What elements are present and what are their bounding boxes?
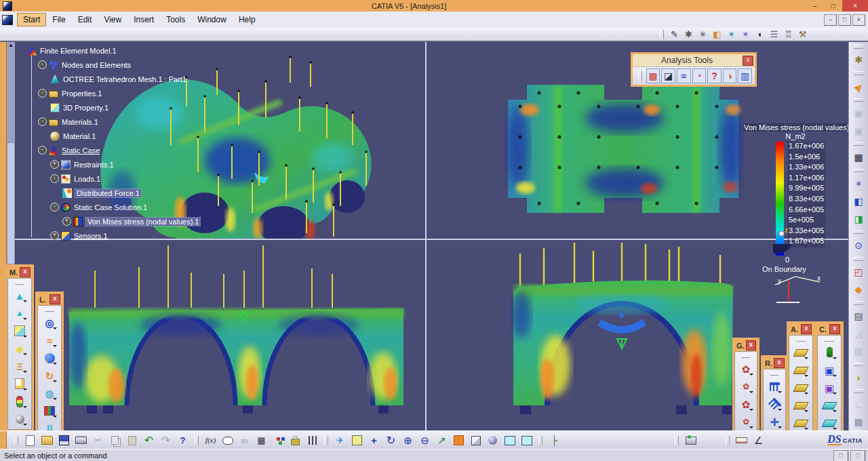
distributed-force-icon[interactable] (41, 332, 58, 348)
zoom-out-icon[interactable]: ⊖ (418, 434, 432, 447)
mesh-nodes-icon[interactable]: ✶ (738, 28, 753, 41)
tree-item-distributed-force[interactable]: Distributed Force.1 (18, 186, 200, 200)
menu-view[interactable]: View (98, 13, 127, 26)
toolbar-grip[interactable] (324, 436, 328, 445)
surface-diamond-icon[interactable]: ◆ (851, 283, 866, 296)
tree-item-restraints[interactable]: + Restraints.1 (18, 157, 200, 172)
bearing-load-icon[interactable] (41, 385, 58, 401)
material-icon[interactable] (12, 411, 28, 427)
body-group-icon[interactable] (738, 414, 754, 430)
compass-z-dot[interactable] (778, 230, 785, 237)
part-link-icon[interactable]: ▣ (851, 106, 866, 120)
layer-stack-icon[interactable]: ☰ (767, 28, 781, 41)
toolbar-grip[interactable] (854, 169, 863, 173)
print-icon[interactable] (74, 434, 88, 447)
expand-toggle[interactable]: + (50, 231, 59, 240)
select-arrow-icon[interactable]: ▶ (848, 77, 868, 96)
pressure-icon[interactable] (41, 315, 58, 331)
tree-item-properties[interactable]: - Properties.1 (18, 86, 200, 100)
von-mises-image-icon[interactable] (793, 362, 809, 378)
toolbar-grip[interactable] (854, 230, 863, 235)
view-mode-a-icon[interactable] (502, 434, 517, 447)
list-icon[interactable]: ▤ (851, 344, 866, 358)
check-model-icon[interactable] (12, 393, 28, 409)
menu-window[interactable]: Window (191, 13, 233, 26)
ruler-icon[interactable] (734, 434, 749, 447)
toolbar-grip[interactable] (726, 436, 730, 445)
generate-report-icon[interactable] (821, 397, 837, 414)
open-icon[interactable] (40, 434, 54, 447)
undo-icon[interactable]: ↶ (142, 434, 156, 447)
scrollbar-thumb[interactable] (7, 142, 15, 264)
close-icon[interactable]: x (774, 358, 785, 368)
expand-toggle[interactable]: - (50, 174, 59, 183)
mdi-minimize-button[interactable]: – (824, 14, 837, 26)
toolbar-grip[interactable] (538, 436, 542, 445)
3d-property-icon[interactable] (12, 323, 28, 339)
maximize-button[interactable]: □ (824, 0, 842, 12)
mesh-only-icon[interactable]: ✶ (851, 177, 866, 191)
minimize-button[interactable]: – (806, 0, 824, 12)
render-style-icon[interactable] (486, 434, 500, 447)
image-information-icon[interactable]: ? (707, 68, 722, 83)
simplified-representation-icon[interactable]: ▥ (738, 68, 752, 83)
image-zoom-icon[interactable]: ⊙ (851, 239, 866, 252)
expand-toggle[interactable]: + (62, 217, 71, 226)
toolbar-grip[interactable] (854, 142, 863, 146)
mdi-restore-button[interactable]: □ (838, 14, 851, 26)
compute-icon[interactable] (821, 344, 837, 361)
toolbar-grip[interactable] (854, 363, 863, 367)
close-button[interactable]: × (842, 0, 868, 12)
mesh-image-icon[interactable]: ▦ (646, 68, 660, 83)
stress-image-icon[interactable]: ◧ (851, 195, 866, 208)
expand-toggle[interactable]: - (38, 89, 47, 98)
expand-toggle[interactable]: - (50, 203, 59, 212)
fit-all-icon[interactable] (350, 434, 364, 447)
tree-item-static-case-solution[interactable]: - Static Case Solution.1 (18, 200, 200, 214)
design-table-icon[interactable]: ▦ (254, 434, 269, 447)
chart-icon[interactable]: ◿ (851, 327, 866, 340)
palette-grip[interactable] (45, 308, 54, 312)
table-icon[interactable]: ▦ (851, 415, 866, 428)
menu-insert[interactable]: Insert (127, 13, 160, 26)
menu-file[interactable]: File (46, 13, 71, 26)
menu-start[interactable]: Start (17, 13, 46, 26)
iso-view-icon[interactable] (469, 434, 483, 447)
principal-stress-image-icon[interactable] (793, 397, 809, 414)
expand-toggle[interactable]: - (38, 60, 47, 69)
advanced-restraint-icon[interactable] (766, 414, 783, 430)
measure-icon[interactable]: ∠ (751, 434, 766, 447)
tree-item-von-mises-stress[interactable]: + Von Mises stress (nodal values).1 (18, 214, 200, 228)
tree-item-sensors[interactable]: + Sensors.1 (18, 228, 200, 243)
dialog-toggle-button[interactable]: □ (833, 450, 848, 461)
geometry-viewport[interactable]: ▲ Finite Element Model.1 - Nodes and Ele… (0, 42, 849, 430)
toolbar-grip[interactable] (638, 71, 642, 81)
palette-grip[interactable] (15, 281, 24, 285)
grid-icon[interactable]: ▦ (851, 151, 866, 164)
free-rotation-icon[interactable]: ✎ (667, 28, 682, 41)
gear-icon[interactable]: ✱ (682, 28, 696, 41)
force-icon[interactable] (41, 350, 58, 366)
hammer-tool-icon[interactable]: ⚒ (795, 28, 810, 41)
menu-help[interactable]: Help (233, 13, 262, 26)
close-icon[interactable]: x (20, 267, 31, 277)
parabolic-tetrahedron-icon[interactable] (12, 305, 28, 321)
link-icon[interactable]: ∞ (237, 434, 252, 447)
cut-icon[interactable]: ✂ (91, 434, 105, 447)
compute-objects-icon[interactable] (821, 362, 837, 378)
expand-toggle[interactable]: - (38, 146, 47, 155)
ppr-tree-icon[interactable] (271, 434, 285, 447)
cut-plane-icon[interactable]: ◪ (661, 68, 675, 83)
copy-icon[interactable] (108, 434, 122, 447)
close-icon[interactable]: x (801, 324, 812, 334)
displacement-image-icon[interactable] (793, 380, 809, 396)
part-link2-icon[interactable]: ▣ (851, 124, 866, 138)
gear-icon[interactable]: ✱ (851, 54, 866, 67)
surface-group-icon[interactable] (738, 396, 754, 412)
redo-icon[interactable]: ↷ (159, 434, 173, 447)
tree-item-static-case[interactable]: - Static Case (18, 143, 200, 157)
knowledge-fx-icon[interactable]: f(x) (203, 434, 218, 447)
double-gear-icon[interactable]: ✳ (696, 28, 710, 41)
tree-item-3d-property[interactable]: 3D Property.1 (18, 100, 200, 115)
close-icon[interactable]: x (50, 294, 60, 304)
